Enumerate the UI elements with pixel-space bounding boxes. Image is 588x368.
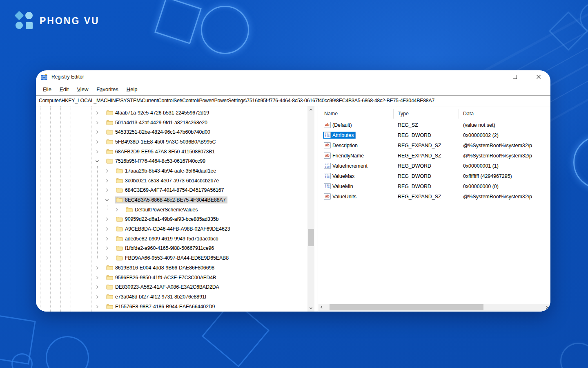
expand-chevron-icon[interactable] [95,110,100,115]
expand-chevron-icon[interactable] [105,178,109,183]
expand-chevron-icon[interactable] [95,265,100,270]
registry-value-row[interactable]: 011110ValueIncrementREG_DWORD0x00000001 … [318,161,550,171]
column-header-type[interactable]: Type [394,109,459,119]
tree-item[interactable]: DefaultPowerSchemeValues [36,205,318,215]
column-header-data[interactable]: Data [459,109,550,119]
column-header-name[interactable]: Name [318,109,394,119]
list-horizontal-scrollbar[interactable] [318,304,550,311]
chevron-down-icon [309,306,313,310]
scroll-down-button[interactable] [307,305,314,312]
value-name-label: FriendlyName [332,153,364,159]
expand-chevron-icon[interactable] [95,285,100,289]
tree-item[interactable]: A9CEB8DA-CD46-44FB-A98B-02AF69DE4623 [36,224,318,234]
expand-chevron-icon[interactable] [95,120,100,125]
expand-chevron-icon[interactable] [105,168,109,173]
menu-help[interactable]: Help [122,86,142,92]
value-name-content: abDescription [323,142,359,149]
value-name-label: ValueMax [332,173,354,179]
collapse-chevron-icon[interactable] [105,197,109,202]
minimize-button[interactable] [479,70,503,83]
value-data-cell: (value not set) [459,122,550,128]
tree-item[interactable]: 4faab71a-92e5-4726-b531-224559672d19 [36,108,318,118]
registry-value-list: Name Type Data ab(Default)REG_SZ(value n… [318,106,550,312]
tree-item-label: 9596FB26-9850-41fd-AC3E-F7C3C00AFD4B [115,274,216,280]
tree-item-content: e73a048d-bf27-4f12-9731-8b2076e8891f [105,293,208,300]
registry-value-row[interactable]: abValueUnitsREG_EXPAND_SZ@%SystemRoot%\s… [318,191,550,202]
chevron-up-icon [309,108,313,112]
value-type-cell: REG_EXPAND_SZ [394,194,459,200]
registry-value-row[interactable]: abDescriptionREG_EXPAND_SZ@%SystemRoot%\… [318,140,550,150]
expand-chevron-icon[interactable] [95,294,100,299]
value-name-cell: ab(Default) [318,121,394,128]
menu-edit[interactable]: Edit [56,86,73,92]
tree-item[interactable]: f1fbfde2-a960-4165-9f88-50667911ce96 [36,244,318,254]
scrollbar-thumb[interactable] [308,229,314,246]
expand-chevron-icon[interactable] [105,246,109,251]
folder-icon [126,206,133,212]
brand-name: PHONG VU [40,16,100,27]
menu-file[interactable]: File [39,86,56,92]
registry-value-row[interactable]: 011110ValueMinREG_DWORD0x00000000 (0) [318,181,550,191]
expand-chevron-icon[interactable] [95,149,100,154]
tree-item[interactable]: 5FB4938D-1EE8-4b0f-9A3C-5036B0AB995C [36,137,318,147]
tree-item-label: e73a048d-bf27-4f12-9731-8b2076e8891f [115,294,206,299]
tree-item[interactable]: 684C3E69-A4F7-4014-8754-D45179A56167 [36,186,318,195]
expand-chevron-icon[interactable] [95,304,100,309]
folder-icon [116,226,123,232]
tree-item[interactable]: 8EC4B3A5-6868-48c2-BE75-4F3044BE88A7 [36,195,318,205]
tree-item[interactable]: 501a4d13-42af-4429-9fd1-a8218c268e20 [36,118,318,128]
chevron-left-icon [320,305,323,309]
registry-value-row[interactable]: 011110ValueMaxREG_DWORD0xffffffff (42949… [318,171,550,181]
folder-icon [106,265,113,270]
expand-chevron-icon[interactable] [95,275,100,280]
tree-items: 4faab71a-92e5-4726-b531-224559672d19501a… [36,106,318,312]
collapse-chevron-icon[interactable] [95,159,100,164]
window-title: Registry Editor [51,74,84,80]
tree-item[interactable]: e73a048d-bf27-4f12-9731-8b2076e8891f [36,292,318,302]
tree-item-label: 7516b95f-f776-4464-8c53-06167f40cc99 [115,158,205,164]
expand-chevron-icon[interactable] [105,227,109,231]
registry-key-tree: 4faab71a-92e5-4726-b531-224559672d19501a… [36,106,318,312]
value-data-cell: 0x00000001 (1) [459,163,550,169]
maximize-button[interactable] [503,70,527,83]
expand-chevron-icon[interactable] [105,256,109,260]
tree-item[interactable]: 68AFB2D9-EE95-47A8-8F50-4115088073B1 [36,147,318,157]
tree-vertical-scrollbar[interactable] [307,106,314,312]
scrollbar-thumb[interactable] [330,304,483,310]
address-bar[interactable]: Computer\HKEY_LOCAL_MACHINE\SYSTEM\Curre… [36,95,550,106]
scroll-up-button[interactable] [307,106,314,113]
tree-item[interactable]: 90959d22-d6a1-49b9-af93-bce885ad335b [36,215,318,224]
tree-item[interactable]: 8619B916-E004-4dd8-9B66-DAE86F806698 [36,263,318,273]
tree-item-content: 4faab71a-92e5-4726-b531-224559672d19 [105,109,211,116]
folder-icon [106,303,113,309]
expand-chevron-icon[interactable] [105,217,109,222]
tree-item[interactable]: DE830923-A562-41AF-A086-E3A2C6BAD2DA [36,282,318,292]
maximize-icon [513,75,517,79]
tree-item[interactable]: 9596FB26-9850-41fd-AC3E-F7C3C00AFD4B [36,273,318,283]
tree-item[interactable]: 17aaa29b-8b43-4b94-aafe-35f64daaf1ee [36,166,318,176]
tree-item[interactable]: 54533251-82be-4824-96c1-47b60b740d00 [36,127,318,137]
registry-value-row[interactable]: 011110AttributesREG_DWORD0x00000002 (2) [318,130,550,140]
folder-icon [116,245,123,251]
folder-icon [116,216,123,222]
tree-item-label: 8EC4B3A5-6868-48c2-BE75-4F3044BE88A7 [125,197,225,203]
expand-chevron-icon[interactable] [95,130,100,135]
expand-chevron-icon[interactable] [95,139,100,144]
registry-value-row[interactable]: abFriendlyNameREG_EXPAND_SZ@%SystemRoot%… [318,150,550,161]
dword-value-icon: 011110 [324,163,331,169]
expand-chevron-icon[interactable] [105,188,109,193]
tree-item[interactable]: F15576E8-98B7-4186-B944-EAFA664402D9 [36,302,318,312]
tree-item[interactable]: 3c0bc021-c8a8-4e07-a973-6b14cbcb2b7e [36,176,318,186]
tree-item-content: 90959d22-d6a1-49b9-af93-bce885ad335b [115,216,220,223]
tree-item[interactable]: 7516b95f-f776-4464-8c53-06167f40cc99 [36,156,318,166]
tree-item[interactable]: FBD9AA66-9553-4097-BA44-ED6E9D65EAB8 [36,253,318,263]
expand-chevron-icon[interactable] [105,236,109,241]
menu-view[interactable]: View [73,86,92,92]
menu-favorites[interactable]: Favorites [92,86,122,92]
scroll-left-button[interactable] [318,304,325,311]
expand-chevron-icon[interactable] [114,207,119,212]
tree-item-content: 684C3E69-A4F7-4014-8754-D45179A56167 [115,187,226,194]
window-controls [479,70,550,83]
registry-value-row[interactable]: ab(Default)REG_SZ(value not set) [318,120,550,130]
tree-item[interactable]: aded5e82-b909-4619-9949-f5d71dac0bcb [36,234,318,244]
